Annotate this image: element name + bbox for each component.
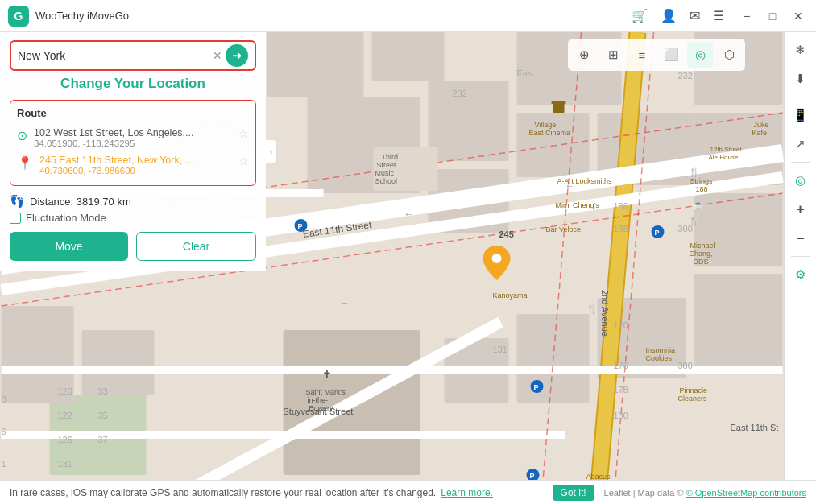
svg-text:2nd Avenue: 2nd Avenue: [600, 290, 610, 337]
dest-coords: 40.730600, -73.986600: [39, 166, 232, 176]
svg-text:176: 176: [614, 361, 628, 370]
phone-btn[interactable]: 📱: [788, 102, 814, 128]
svg-rect-50: [552, 101, 566, 104]
svg-text:186: 186: [614, 201, 628, 211]
freeze-btn[interactable]: ❄: [788, 37, 814, 63]
gps-tool-btn[interactable]: ◎: [687, 42, 713, 68]
learn-more-link[interactable]: Learn more.: [441, 487, 493, 498]
user-icon[interactable]: 👤: [661, 8, 677, 23]
svg-text:300: 300: [678, 224, 693, 233]
svg-text:6: 6: [2, 427, 6, 436]
svg-text:←: ←: [404, 209, 414, 220]
distance-row: 👣 Distance: 3819.70 km: [10, 194, 256, 209]
svg-text:Bowery: Bowery: [309, 404, 334, 412]
route-origin-item: ⊙ 102 West 1st Street, Los Angeles,... 3…: [17, 124, 249, 151]
panel-title: Change Your Location: [0, 76, 266, 92]
move-tool-btn[interactable]: ⊕: [571, 42, 597, 68]
toolbar-divider-3: [791, 256, 810, 257]
svg-text:Ale House: Ale House: [709, 154, 739, 161]
svg-text:Music: Music: [375, 169, 395, 177]
zoom-out-btn[interactable]: −: [788, 225, 814, 251]
svg-text:245: 245: [499, 229, 514, 239]
svg-text:37: 37: [98, 435, 108, 444]
waypoint-tool-btn[interactable]: ⊞: [600, 42, 626, 68]
window-controls: − □ ✕: [737, 6, 808, 26]
svg-text:→: →: [340, 297, 350, 308]
map-area[interactable]: East 11th Street Stuyvesant Street 2nd A…: [0, 32, 784, 504]
search-input[interactable]: [18, 49, 209, 62]
svg-text:Eas...: Eas...: [517, 68, 540, 78]
svg-text:232: 232: [678, 71, 693, 81]
clear-button[interactable]: Clear: [136, 232, 256, 261]
download-btn[interactable]: ⬇: [788, 66, 814, 92]
search-bar: ✕ ➜: [10, 40, 256, 71]
maximize-button[interactable]: □: [763, 6, 782, 26]
osm-link[interactable]: © OpenStreetMap contributors: [686, 488, 806, 498]
svg-rect-13: [82, 330, 155, 395]
svg-text:180: 180: [614, 411, 628, 420]
svg-text:Juke: Juke: [754, 121, 769, 129]
svg-rect-18: [694, 274, 783, 370]
svg-text:188: 188: [696, 185, 708, 193]
svg-text:P: P: [530, 472, 535, 480]
svg-text:35: 35: [98, 411, 108, 420]
osm-credit: Leaflet | Map data © © OpenStreetMap con…: [604, 488, 806, 498]
origin-star-icon[interactable]: ☆: [238, 127, 249, 140]
svg-text:33: 33: [98, 386, 108, 396]
svg-text:Third: Third: [382, 153, 399, 161]
svg-text:Kafe: Kafe: [752, 129, 768, 137]
dest-address: 245 East 11th Street, New York, ...: [39, 155, 232, 166]
move-button[interactable]: Move: [10, 232, 128, 261]
zoom-in-btn[interactable]: +: [788, 196, 814, 222]
svg-text:East 11th St: East 11th St: [731, 423, 779, 432]
svg-text:Cookies: Cookies: [646, 354, 673, 362]
close-button[interactable]: ✕: [789, 6, 808, 26]
svg-text:Chang,: Chang,: [690, 250, 713, 258]
origin-text: 102 West 1st Street, Los Angeles,... 34.…: [34, 127, 232, 148]
svg-text:12th Street: 12th Street: [710, 146, 743, 153]
location-btn[interactable]: ◎: [788, 167, 814, 193]
direction-btn[interactable]: ↗: [788, 131, 814, 157]
svg-text:122: 122: [58, 411, 72, 420]
dest-star-icon[interactable]: ☆: [238, 155, 249, 167]
svg-text:P: P: [655, 229, 660, 237]
screen-tool-btn[interactable]: ⬜: [658, 42, 684, 68]
got-it-button[interactable]: Got it!: [553, 485, 594, 501]
toolbar-divider-1: [791, 97, 810, 97]
route-tool-btn[interactable]: ≡: [629, 42, 655, 68]
fluctuation-checkbox[interactable]: [10, 213, 21, 224]
settings-btn[interactable]: ⚙: [788, 262, 814, 287]
origin-coords: 34.051900, -118.243295: [34, 138, 232, 148]
svg-text:Insomnia: Insomnia: [646, 346, 676, 354]
svg-text:300: 300: [678, 361, 693, 370]
fluctuation-label: Fluctuation Mode: [26, 212, 106, 224]
titlebar-icons: 🛒 👤 ✉ ☰: [632, 8, 724, 23]
cart-icon[interactable]: 🛒: [632, 8, 648, 23]
minimize-button[interactable]: −: [737, 6, 756, 26]
left-panel: ✕ ➜ Change Your Location Route ⊙ 102 Wes…: [0, 32, 266, 271]
import-tool-btn[interactable]: ⬡: [716, 42, 742, 68]
svg-text:170: 170: [614, 320, 628, 330]
svg-text:East Cinema: East Cinema: [529, 129, 571, 137]
collapse-panel-button[interactable]: ‹: [266, 139, 277, 163]
svg-text:Street: Street: [377, 161, 397, 169]
svg-rect-6: [429, 81, 509, 161]
route-dest-item: 📍 245 East 11th Street, New York, ... 40…: [17, 151, 249, 179]
distance-label: Distance: 3819.70 km: [30, 196, 131, 208]
svg-text:126: 126: [58, 435, 72, 444]
titlebar: G WooTechy iMoveGo 🛒 👤 ✉ ☰ − □ ✕: [0, 0, 816, 32]
svg-text:Michael: Michael: [690, 242, 715, 250]
button-row: Move Clear: [10, 232, 256, 261]
svg-text:🍴: 🍴: [689, 167, 700, 178]
main-area: East 11th Street Stuyvesant Street 2nd A…: [0, 32, 816, 504]
search-clear-icon[interactable]: ✕: [213, 49, 222, 62]
svg-text:188: 188: [614, 224, 628, 233]
svg-text:✝: ✝: [322, 368, 332, 381]
svg-rect-1: [267, 32, 364, 97]
origin-icon: ⊙: [17, 128, 27, 143]
mail-icon[interactable]: ✉: [690, 8, 700, 23]
search-go-button[interactable]: ➜: [226, 44, 248, 67]
dest-text: 245 East 11th Street, New York, ... 40.7…: [39, 155, 232, 176]
svg-text:Bar Veloce: Bar Veloce: [546, 225, 582, 233]
menu-icon[interactable]: ☰: [713, 8, 724, 23]
